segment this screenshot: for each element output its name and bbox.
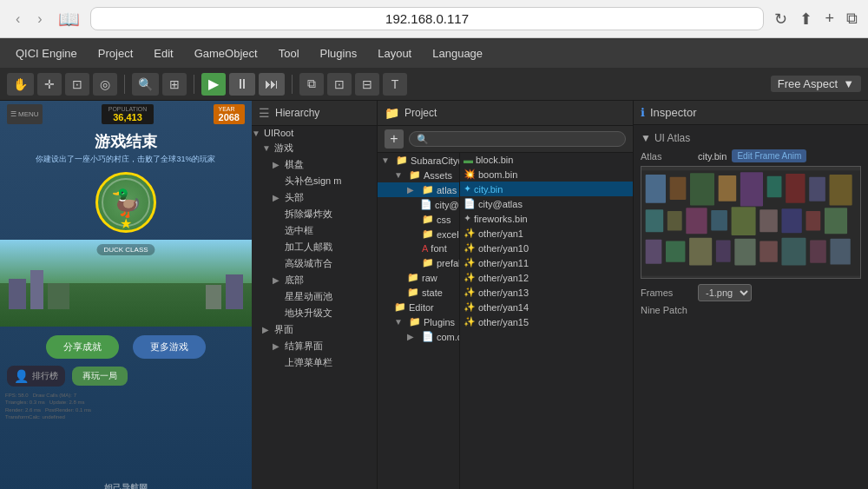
file-icon: ✨: [464, 257, 476, 268]
folder-font[interactable]: A font: [378, 241, 459, 255]
menu-gameobject[interactable]: GameObject: [186, 43, 266, 63]
tree-item-head[interactable]: ▶ 头部: [252, 189, 377, 206]
menu-project[interactable]: Project: [89, 43, 141, 63]
menu-tool[interactable]: Tool: [270, 43, 308, 63]
file-yan14[interactable]: ✨ other/yan14: [460, 300, 633, 314]
leaderboard-button[interactable]: 👤 排行榜: [7, 366, 65, 387]
menu-layout[interactable]: Layout: [369, 43, 420, 63]
game-city-view: DUCK CLASS: [0, 240, 252, 327]
folder-label: city@: [435, 200, 459, 210]
hand-tool-button[interactable]: ✋: [7, 73, 34, 96]
folder-raw[interactable]: 📁 raw: [378, 270, 459, 285]
separator-2: [194, 75, 194, 94]
share-icon[interactable]: ⬆: [799, 10, 812, 29]
tab-overview-icon[interactable]: ⧉: [846, 10, 858, 29]
folder-prefab[interactable]: 📁 prefab: [378, 255, 459, 270]
browser-navigation[interactable]: ‹ ›: [10, 10, 48, 29]
menu-qici-engine[interactable]: QICI Engine: [7, 43, 86, 63]
folder-city-at[interactable]: 📄 city@: [378, 197, 459, 212]
file-icon: ✦: [464, 183, 471, 195]
file-yan13[interactable]: ✨ other/yan13: [460, 285, 633, 300]
folder-state[interactable]: 📁 state: [378, 285, 459, 300]
move-tool-button[interactable]: ✛: [37, 73, 62, 96]
folder-subara-city[interactable]: ▼ 📁 SubaraCity(/U: [378, 153, 459, 168]
folder-plugins[interactable]: ▼ 📁 Plugins: [378, 314, 459, 329]
url-bar[interactable]: [90, 7, 765, 30]
folder-editor[interactable]: 📁 Editor: [378, 300, 459, 314]
grid-tool-button[interactable]: ⊞: [162, 73, 187, 96]
menu-language[interactable]: Language: [424, 43, 491, 63]
file-city-atlas[interactable]: 📄 city@atlas: [460, 196, 633, 211]
file-yan12[interactable]: ✨ other/yan12: [460, 270, 633, 285]
magnify-tool-button[interactable]: 🔍: [132, 73, 159, 96]
tree-item-explode[interactable]: 拆除爆炸效: [252, 206, 377, 222]
file-yan11[interactable]: ✨ other/yan11: [460, 255, 633, 270]
tree-item-popup-menu[interactable]: 上弹菜单栏: [252, 354, 377, 371]
forward-button[interactable]: ›: [32, 10, 47, 29]
tree-item-board[interactable]: ▶ 棋盘: [252, 156, 377, 173]
replay-button[interactable]: 再玩一局: [72, 367, 128, 386]
tree-item-uiroot[interactable]: ▼ UIRoot: [252, 126, 377, 140]
project-add-button[interactable]: +: [385, 129, 404, 149]
file-yan1[interactable]: ✨ other/yan1: [460, 226, 633, 241]
free-aspect-dropdown[interactable]: Free Aspect ▼: [771, 76, 861, 92]
project-search-input[interactable]: [409, 131, 626, 147]
frames-label: Frames: [641, 287, 693, 298]
more-games-button[interactable]: 更多游戏: [133, 335, 206, 359]
folder-css[interactable]: 📁 css: [378, 212, 459, 227]
project-toolbar: +: [378, 126, 633, 153]
folder-icon: 📁: [422, 214, 434, 225]
tree-item-ui[interactable]: ▶ 界面: [252, 321, 377, 338]
tree-item-game[interactable]: ▼ 游戏: [252, 140, 377, 156]
tree-item-worker[interactable]: 加工人邮戳: [252, 239, 377, 255]
svg-rect-20: [666, 241, 685, 262]
svg-rect-15: [760, 209, 778, 232]
tree-item-stars[interactable]: 星星动画池: [252, 288, 377, 305]
play-button[interactable]: ▶: [201, 73, 226, 96]
tree-label: 上弹菜单栏: [285, 356, 332, 369]
folder-excel[interactable]: 📁 excel: [378, 227, 459, 241]
file-icon: ✨: [464, 316, 476, 327]
layout-btn-1[interactable]: ⧉: [299, 73, 324, 96]
game-title: 游戏结束: [95, 131, 157, 152]
file-city-bin[interactable]: ✦ city.bin: [460, 182, 633, 196]
file-boom-bin[interactable]: 💥 boom.bin: [460, 167, 633, 182]
file-fireworks-bin[interactable]: ✦ fireworks.bin: [460, 211, 633, 226]
folder-assets[interactable]: ▼ 📁 Assets: [378, 168, 459, 182]
menu-plugins[interactable]: Plugins: [312, 43, 366, 63]
back-button[interactable]: ‹: [10, 10, 25, 29]
frames-select[interactable]: -1.png: [698, 284, 752, 301]
tree-item-advanced[interactable]: 高级城市合: [252, 255, 377, 272]
folder-com-qics[interactable]: ▶ 📄 com.qics/city.bi: [378, 329, 459, 344]
menu-edit[interactable]: Edit: [145, 43, 181, 63]
folder-label: Editor: [409, 302, 434, 313]
target-tool-button[interactable]: ◎: [93, 73, 117, 96]
layout-btn-4[interactable]: T: [383, 73, 407, 96]
tree-item-head-sign[interactable]: 头补色sign m: [252, 173, 377, 189]
step-button[interactable]: ⏭: [259, 73, 285, 96]
file-label: other/yan10: [478, 243, 529, 254]
collapse-arrow-icon[interactable]: ▼: [641, 132, 651, 144]
file-yan15[interactable]: ✨ other/yan15: [460, 314, 633, 329]
pause-button[interactable]: ⏸: [229, 73, 255, 96]
new-tab-icon[interactable]: +: [825, 10, 834, 29]
layout-btn-3[interactable]: ⊟: [355, 73, 379, 96]
tree-label: 高级城市合: [285, 257, 332, 270]
tree-item-settlement[interactable]: ▶ 结算界面: [252, 338, 377, 354]
refresh-icon[interactable]: ↻: [774, 10, 787, 29]
rect-tool-button[interactable]: ⊡: [65, 73, 89, 96]
game-menu-button[interactable]: ☰ MENU: [7, 104, 43, 124]
edit-frame-anim-button[interactable]: Edit Frame Anim: [732, 149, 806, 162]
share-achievement-button[interactable]: 分享成就: [46, 335, 119, 359]
file-label: fireworks.bin: [474, 214, 528, 224]
folder-atlas[interactable]: ▶ 📁 atlas: [378, 182, 459, 197]
project-content: ▼ 📁 SubaraCity(/U ▼ 📁 Assets ▶ 📁 atlas: [378, 153, 633, 489]
tree-item-bottom[interactable]: ▶ 底部: [252, 272, 377, 288]
tree-item-upgrade[interactable]: 地块升级文: [252, 305, 377, 321]
bookmarks-icon[interactable]: 📖: [58, 9, 80, 30]
file-yan10[interactable]: ✨ other/yan10: [460, 241, 633, 255]
folder-icon: 📁: [409, 316, 421, 327]
file-block-bin[interactable]: ▬ block.bin: [460, 153, 633, 167]
layout-btn-2[interactable]: ⊡: [327, 73, 352, 96]
tree-item-select-frame[interactable]: 选中框: [252, 222, 377, 239]
